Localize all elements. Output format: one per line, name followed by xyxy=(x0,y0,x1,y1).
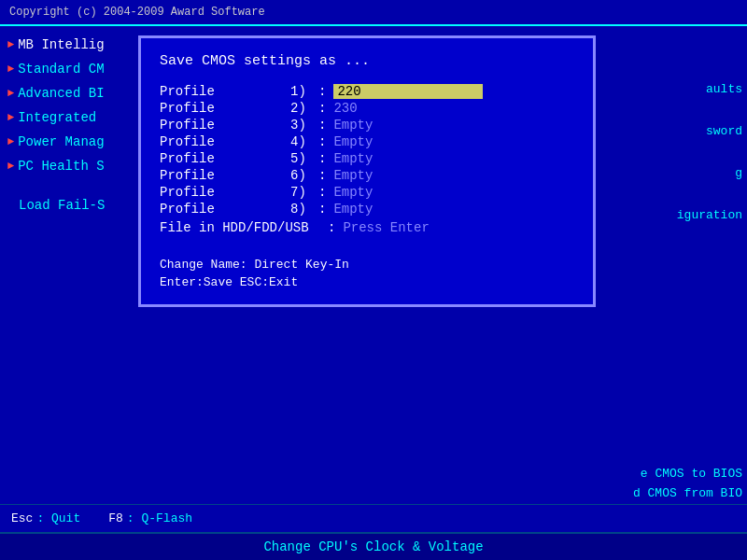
sidebar-item-power-manag[interactable]: ► Power Manag xyxy=(0,131,145,153)
sidebar-label-mb-intelli: MB Intellig xyxy=(18,37,104,52)
profile-colon-3: : xyxy=(318,118,326,133)
right-hint-iguration: iguration xyxy=(677,208,742,222)
profile-label-5: Profile xyxy=(160,151,290,166)
profile-num-4: 4) xyxy=(290,134,318,149)
modal-dialog: Save CMOS settings as ... Profile 1) : 2… xyxy=(138,35,596,307)
profile-colon-5: : xyxy=(318,151,326,166)
file-row: File in HDD/FDD/USB : Press Enter xyxy=(160,220,574,235)
profile-num-2: 2) xyxy=(290,101,318,116)
file-colon: : xyxy=(328,220,335,235)
profile-label-8: Profile xyxy=(160,202,290,217)
profile-label-7: Profile xyxy=(160,185,290,200)
arrow-icon-pc: ► xyxy=(7,160,14,173)
arrow-icon-std: ► xyxy=(7,63,14,76)
sidebar-item-pc-health-s[interactable]: ► PC Health S xyxy=(0,155,145,177)
profile-row-4: Profile 4) : Empty xyxy=(160,134,574,149)
right-hint-g: g xyxy=(677,166,742,180)
profile-label-2: Profile xyxy=(160,101,290,116)
right-hints: aults sword g iguration xyxy=(677,82,742,222)
sidebar-item-advanced-bi[interactable]: ► Advanced BI xyxy=(0,82,145,105)
bottom-right-hints: e CMOS to BIOS d CMOS from BIO xyxy=(633,465,742,504)
profile-value-6[interactable]: Empty xyxy=(333,168,373,183)
profile-row-7: Profile 7) : Empty xyxy=(160,185,574,200)
arrow-icon-int: ► xyxy=(7,111,14,124)
arrow-icon-pwr: ► xyxy=(7,135,14,148)
profile-value-2[interactable]: 230 xyxy=(333,101,357,116)
profile-value-3[interactable]: Empty xyxy=(333,118,373,133)
profile-colon-2: : xyxy=(318,101,326,116)
profile-value-8[interactable]: Empty xyxy=(333,202,373,217)
profile-colon-6: : xyxy=(318,168,326,183)
sidebar: ► MB Intellig ► Standard CM ► Advanced B… xyxy=(0,26,145,504)
status-bar-text: Change CPU's Clock & Voltage xyxy=(263,539,483,554)
profile-row-2: Profile 2) : 230 xyxy=(160,101,574,116)
sidebar-label-standard-cm: Standard CM xyxy=(18,62,104,77)
sidebar-label-integrated: Integrated xyxy=(18,110,96,125)
profile-colon-8: : xyxy=(318,202,326,217)
profile-colon-4: : xyxy=(318,134,326,149)
profile-num-5: 5) xyxy=(290,151,318,166)
profile-num-7: 7) xyxy=(290,185,318,200)
bottom-bar-f8: F8 : Q-Flash xyxy=(108,511,192,525)
profile-label-4: Profile xyxy=(160,134,290,149)
profile-value-4[interactable]: Empty xyxy=(333,134,373,149)
file-label: File in HDD/FDD/USB xyxy=(160,220,328,235)
status-bar: Change CPU's Clock & Voltage xyxy=(0,532,747,560)
top-bar: Copyright (c) 2004-2009 Award Software xyxy=(0,0,747,26)
bottom-bar-esc: Esc : Quit xyxy=(11,511,80,525)
profile-row-1: Profile 1) : 220 xyxy=(160,84,574,99)
arrow-icon-mb: ► xyxy=(7,38,14,51)
modal-hint1: Change Name: Direct Key-In xyxy=(160,258,574,272)
sidebar-label-power-manag: Power Manag xyxy=(18,134,104,149)
bottom-right-line2: d CMOS from BIO xyxy=(633,484,742,504)
esc-key-label: Esc xyxy=(11,511,33,525)
arrow-icon-adv: ► xyxy=(7,87,14,100)
main-layout: ► MB Intellig ► Standard CM ► Advanced B… xyxy=(0,26,747,504)
profile-row-5: Profile 5) : Empty xyxy=(160,151,574,166)
sidebar-label-load-fail-s: Load Fail-S xyxy=(19,198,105,213)
profile-value-1[interactable]: 220 xyxy=(333,84,483,99)
sidebar-item-standard-cm[interactable]: ► Standard CM xyxy=(0,58,145,80)
profile-colon-1: : xyxy=(318,84,326,99)
profile-num-6: 6) xyxy=(290,168,318,183)
bottom-right-line1: e CMOS to BIOS xyxy=(633,465,742,484)
esc-action: : Quit xyxy=(36,511,80,525)
profile-num-1: 1) xyxy=(290,84,318,99)
modal-hint2: Enter:Save ESC:Exit xyxy=(160,275,574,289)
profile-row-8: Profile 8) : Empty xyxy=(160,202,574,217)
profile-value-5[interactable]: Empty xyxy=(333,151,373,166)
right-hint-sword: sword xyxy=(677,124,742,138)
sidebar-label-advanced-bi: Advanced BI xyxy=(18,86,104,101)
profile-row-3: Profile 3) : Empty xyxy=(160,118,574,133)
sidebar-item-mb-intelli[interactable]: ► MB Intellig xyxy=(0,34,145,56)
profile-colon-7: : xyxy=(318,185,326,200)
sidebar-item-load-fail-s[interactable]: Load Fail-S xyxy=(0,194,145,217)
sidebar-item-integrated[interactable]: ► Integrated xyxy=(0,106,145,129)
file-value[interactable]: Press Enter xyxy=(343,220,429,235)
top-bar-text: Copyright (c) 2004-2009 Award Software xyxy=(9,6,265,19)
f8-action: : Q-Flash xyxy=(127,511,192,525)
right-hint-aults: aults xyxy=(677,82,742,96)
profile-row-6: Profile 6) : Empty xyxy=(160,168,574,183)
modal-title: Save CMOS settings as ... xyxy=(160,53,574,69)
profile-label-1: Profile xyxy=(160,84,290,99)
sidebar-label-pc-health-s: PC Health S xyxy=(18,159,104,174)
profile-label-3: Profile xyxy=(160,118,290,133)
bottom-bar: Esc : Quit F8 : Q-Flash xyxy=(0,504,747,532)
profile-label-6: Profile xyxy=(160,168,290,183)
profile-value-7[interactable]: Empty xyxy=(333,185,373,200)
profile-num-3: 3) xyxy=(290,118,318,133)
f8-key-label: F8 xyxy=(108,511,123,525)
profile-num-8: 8) xyxy=(290,202,318,217)
